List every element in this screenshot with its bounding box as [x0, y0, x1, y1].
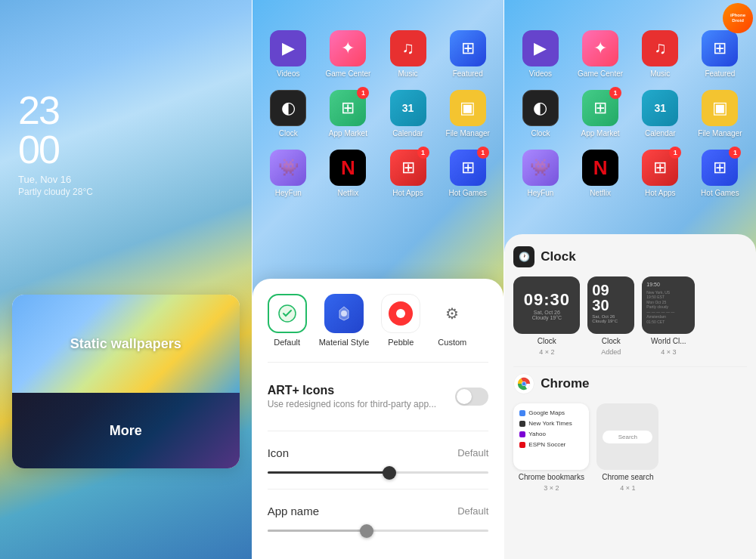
- app-videos-w[interactable]: ▶ Videos: [516, 30, 565, 78]
- bookmark-yahoo: Yahoo: [519, 431, 583, 437]
- clock-weather: Partly cloudy 28°C: [18, 187, 93, 197]
- app-market-icon: ⊞1: [330, 90, 366, 126]
- app-game-center[interactable]: ✦ Game Center: [324, 30, 372, 78]
- icon-slider-fill: [268, 471, 389, 474]
- custom-style-icon: ⚙: [432, 294, 472, 333]
- widgets-card: 🕐 Clock 09:30 Sat, Oct 26Cloudy 19°C Clo…: [504, 234, 756, 559]
- clock-widget-3-size: 4 × 3: [661, 348, 676, 356]
- chrome-search-name: Chrome search: [602, 473, 653, 481]
- calendar-label: Calendar: [392, 129, 423, 137]
- icon-size-row: Icon Default: [268, 437, 489, 468]
- app-music-w[interactable]: ♫ Music: [636, 30, 684, 78]
- art-plus-section: ART+ Icons Use redesigned icons for thir…: [268, 369, 489, 425]
- app-clock-w[interactable]: ◐ Clock: [516, 90, 565, 137]
- hot-games-icon: ⊞1: [450, 150, 486, 186]
- theme-default[interactable]: Default: [268, 294, 307, 347]
- art-plus-toggle[interactable]: [455, 388, 488, 406]
- appname-size-value: Default: [457, 505, 488, 517]
- app-videos[interactable]: ▶ Videos: [264, 30, 312, 78]
- videos-icon: ▶: [270, 30, 306, 66]
- app-hot-games[interactable]: ⊞1 Hot Games: [444, 150, 492, 197]
- app-row-w2: ◐ Clock ⊞1 App Market 31 Calendar ▣ File…: [510, 90, 750, 137]
- hot-games-icon-w: ⊞1: [702, 150, 738, 186]
- chrome-section-title: Chrome: [541, 376, 589, 391]
- chrome-section-header: Chrome: [513, 373, 747, 394]
- divider-2: [268, 431, 489, 431]
- app-game-center-w[interactable]: ✦ Game Center: [576, 30, 624, 78]
- clock-widget-4x3-added[interactable]: 09 30 Sat, Oct 26Cloudy 19°C Clock Added: [587, 276, 634, 356]
- pebble-style-label: Pebble: [388, 338, 414, 347]
- static-wallpapers-label: Static wallpapers: [70, 336, 181, 352]
- app-row-w1: ▶ Videos ✦ Game Center ♫ Music ⊞ Feature…: [510, 30, 750, 78]
- clock-hour: 23: [18, 91, 93, 130]
- app-grid-theme: ▶ Videos ✦ Game Center ♫ Music ⊞ Feature…: [253, 30, 504, 209]
- app-featured-w[interactable]: ⊞ Featured: [696, 30, 744, 78]
- chrome-search-bar: Search: [603, 431, 652, 443]
- default-style-label: Default: [274, 338, 300, 347]
- app-market-label: App Market: [329, 129, 367, 137]
- widgets-divider: [513, 366, 747, 367]
- app-hot-apps-w[interactable]: ⊞1 Hot Apps: [636, 150, 684, 197]
- app-file-manager-w[interactable]: ▣ File Manager: [696, 90, 744, 137]
- netflix-icon-w: N: [582, 150, 618, 186]
- clock-widget-4x2[interactable]: 09:30 Sat, Oct 26Cloudy 19°C Clock 4 × 2: [513, 276, 580, 356]
- default-style-icon: [268, 294, 307, 333]
- chrome-search-widget[interactable]: Search Chrome search 4 × 1: [596, 403, 658, 492]
- icon-slider-thumb[interactable]: [383, 466, 396, 480]
- app-heyfun-w[interactable]: 👾 HeyFun: [516, 150, 565, 197]
- art-plus-desc: Use redesigned icons for third-party app…: [268, 399, 436, 409]
- theme-style-card: Default Material Style Pebble: [253, 279, 504, 559]
- more-wallpapers-item[interactable]: More: [12, 393, 240, 468]
- app-hot-games-w[interactable]: ⊞1 Hot Games: [696, 150, 744, 197]
- appname-slider-thumb[interactable]: [360, 524, 373, 538]
- clock-section-title: Clock: [541, 249, 575, 264]
- clock-widget-world[interactable]: 19:50 New York, US19:50 ESTMon Oct 25Par…: [642, 276, 695, 356]
- app-app-market-w[interactable]: ⊞1 App Market: [576, 90, 624, 137]
- theme-pebble[interactable]: Pebble: [381, 294, 420, 347]
- app-hot-apps[interactable]: ⊞1 Hot Apps: [384, 150, 432, 197]
- hot-games-label: Hot Games: [448, 189, 487, 197]
- app-netflix-w[interactable]: N Netflix: [576, 150, 624, 197]
- app-row-3: 👾 HeyFun N Netflix ⊞1 Hot Apps ⊞1 Hot Ga…: [259, 150, 498, 197]
- clock-minute: 00: [18, 130, 93, 169]
- clock-widgets-row: 09:30 Sat, Oct 26Cloudy 19°C Clock 4 × 2…: [513, 276, 747, 356]
- app-music[interactable]: ♫ Music: [384, 30, 432, 78]
- app-row-1: ▶ Videos ✦ Game Center ♫ Music ⊞ Feature…: [259, 30, 498, 78]
- file-manager-icon: ▣: [450, 90, 486, 126]
- clock-preview-3-content: 19:50 New York, US19:50 ESTMon Oct 25Par…: [646, 281, 690, 324]
- theme-custom[interactable]: ⚙ Custom: [432, 294, 472, 347]
- wallpaper-background: [0, 0, 252, 559]
- chrome-bookmarks-size: 3 × 2: [544, 484, 559, 492]
- clock-widget: 23 00 Tue, Nov 16 Partly cloudy 28°C: [18, 91, 93, 197]
- app-calendar-w[interactable]: 31 Calendar: [636, 90, 684, 137]
- panel-theme: ▶ Videos ✦ Game Center ♫ Music ⊞ Feature…: [253, 0, 504, 559]
- calendar-icon: 31: [390, 90, 426, 126]
- videos-label: Videos: [277, 69, 299, 78]
- featured-icon: ⊞: [450, 30, 486, 66]
- static-wallpapers-item[interactable]: Static wallpapers: [12, 295, 240, 393]
- app-netflix[interactable]: N Netflix: [324, 150, 372, 197]
- theme-material[interactable]: Material Style: [319, 294, 370, 347]
- featured-label: Featured: [453, 69, 483, 78]
- appname-slider-track: [268, 530, 489, 532]
- clock-preview-1: 09:30 Sat, Oct 26Cloudy 19°C: [513, 276, 580, 334]
- clock-widget-3-name: World Cl...: [651, 337, 686, 345]
- maps-dot: [519, 410, 525, 416]
- hot-apps-icon-w: ⊞1: [642, 150, 678, 186]
- art-plus-row: ART+ Icons Use redesigned icons for thir…: [268, 375, 489, 418]
- app-heyfun[interactable]: 👾 HeyFun: [264, 150, 312, 197]
- app-calendar[interactable]: 31 Calendar: [384, 90, 432, 137]
- app-row-2: ◐ Clock ⊞1 App Market 31 Calendar ▣ File…: [259, 90, 498, 137]
- svg-point-2: [341, 310, 347, 317]
- game-center-label: Game Center: [325, 69, 370, 78]
- app-clock[interactable]: ◐ Clock: [264, 90, 312, 137]
- app-featured[interactable]: ⊞ Featured: [444, 30, 492, 78]
- app-app-market[interactable]: ⊞1 App Market: [324, 90, 372, 137]
- chrome-bookmarks-widget[interactable]: Google Maps New York Times Yahoo ESPN So…: [513, 403, 589, 492]
- heyfun-icon-w: 👾: [522, 150, 559, 186]
- material-style-icon: [324, 294, 364, 333]
- app-market-icon-w: ⊞1: [582, 90, 618, 126]
- clock-section-header: 🕐 Clock: [513, 246, 747, 267]
- watermark: iPhoneDroid: [723, 3, 753, 33]
- app-file-manager[interactable]: ▣ File Manager: [444, 90, 492, 137]
